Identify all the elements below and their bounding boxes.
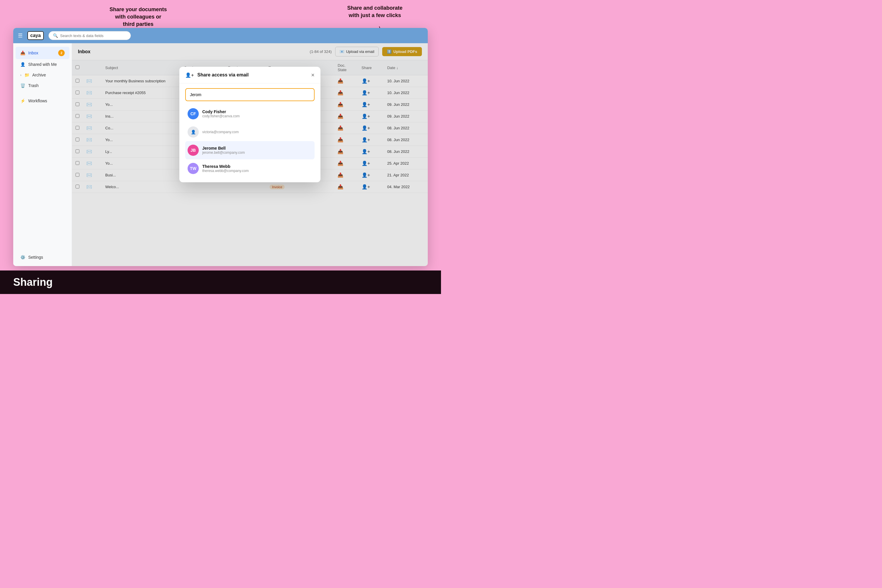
suggestion-name: Cody Fisher xyxy=(202,110,240,114)
suggestion-item[interactable]: JB Jerome Bell jerome.bell@company.com xyxy=(185,141,315,159)
avatar: 👤 xyxy=(188,126,199,138)
share-modal: 👤+ Share access via email × CF Cody Fish… xyxy=(179,67,321,182)
suggestion-item[interactable]: 👤 victoria@company.com xyxy=(185,123,315,141)
modal-overlay: 👤+ Share access via email × CF Cody Fish… xyxy=(72,43,428,266)
share-modal-icon: 👤+ xyxy=(185,72,194,78)
sidebar-label-shared: Shared with Me xyxy=(28,62,57,67)
sidebar-item-trash[interactable]: 🗑️ Trash xyxy=(16,80,69,91)
trash-icon: 🗑️ xyxy=(20,83,25,88)
shared-icon: 👤 xyxy=(20,62,25,67)
search-input[interactable] xyxy=(60,33,126,38)
sidebar: 📥 Inbox 2 👤 Shared with Me › 📁 Archive 🗑… xyxy=(13,43,72,266)
content-area: Inbox (1-84 of 324) 📧 Upload via email ⬆… xyxy=(72,43,428,266)
chevron-icon: › xyxy=(20,73,21,77)
main-content: 📥 Inbox 2 👤 Shared with Me › 📁 Archive 🗑… xyxy=(13,43,428,266)
search-bar: 🔍 xyxy=(48,31,131,40)
settings-icon: ⚙️ xyxy=(20,255,25,260)
app-window: ☰ caya 🔍 📥 Inbox 2 👤 Shared with Me › 📁 … xyxy=(13,28,428,266)
sidebar-item-inbox[interactable]: 📥 Inbox 2 xyxy=(16,47,69,59)
inbox-badge: 2 xyxy=(58,50,64,56)
suggestion-info: Jerome Bell jerome.bell@company.com xyxy=(202,146,245,154)
suggestion-info: Theresa Webb theresa.webb@company.com xyxy=(202,164,249,173)
suggestion-item[interactable]: CF Cody Fisher cody.fisher@canva.com xyxy=(185,105,315,123)
archive-icon: 📁 xyxy=(24,73,29,77)
bottom-title: Sharing xyxy=(13,276,52,288)
sidebar-label-inbox: Inbox xyxy=(28,51,38,55)
modal-header: 👤+ Share access via email × xyxy=(179,67,321,84)
suggestion-email: jerome.bell@company.com xyxy=(202,150,245,154)
sidebar-item-shared[interactable]: 👤 Shared with Me xyxy=(16,59,69,70)
suggestion-email: theresa.webb@company.com xyxy=(202,169,249,173)
suggestion-name: Jerome Bell xyxy=(202,146,245,150)
modal-body: CF Cody Fisher cody.fisher@canva.com 👤 v… xyxy=(179,84,321,182)
suggestion-info: victoria@company.com xyxy=(202,130,239,134)
topbar: ☰ caya 🔍 xyxy=(13,28,428,43)
suggestion-name: Theresa Webb xyxy=(202,164,249,169)
logo: caya xyxy=(27,31,44,40)
suggestion-list: CF Cody Fisher cody.fisher@canva.com 👤 v… xyxy=(185,105,315,178)
suggestion-info: Cody Fisher cody.fisher@canva.com xyxy=(202,110,240,118)
modal-title: Share access via email xyxy=(197,72,248,78)
inbox-icon: 📥 xyxy=(20,51,25,55)
sidebar-label-trash: Trash xyxy=(28,83,39,88)
sidebar-item-archive[interactable]: › 📁 Archive xyxy=(16,70,69,80)
avatar: TW xyxy=(188,163,199,174)
bottom-bar: Sharing xyxy=(0,270,441,294)
sidebar-label-settings: Settings xyxy=(28,255,43,260)
sidebar-item-workflows[interactable]: ⚡ Workflows xyxy=(16,96,69,106)
avatar: JB xyxy=(188,145,199,156)
suggestion-email: victoria@company.com xyxy=(202,130,239,134)
modal-close-button[interactable]: × xyxy=(311,72,315,78)
suggestion-item[interactable]: TW Theresa Webb theresa.webb@company.com xyxy=(185,159,315,178)
search-icon: 🔍 xyxy=(53,33,58,38)
suggestion-email: cody.fisher@canva.com xyxy=(202,114,240,118)
menu-icon[interactable]: ☰ xyxy=(18,32,22,39)
annotation-left: Share your documents with colleagues or … xyxy=(109,6,168,28)
sidebar-settings[interactable]: ⚙️ Settings xyxy=(16,252,69,262)
annotation-right: Share and collaborate with just a few cl… xyxy=(347,4,403,19)
sidebar-label-archive: Archive xyxy=(32,73,46,77)
sidebar-label-workflows: Workflows xyxy=(28,99,47,103)
avatar: CF xyxy=(188,108,199,119)
email-input[interactable] xyxy=(185,88,315,101)
workflows-icon: ⚡ xyxy=(20,99,25,103)
